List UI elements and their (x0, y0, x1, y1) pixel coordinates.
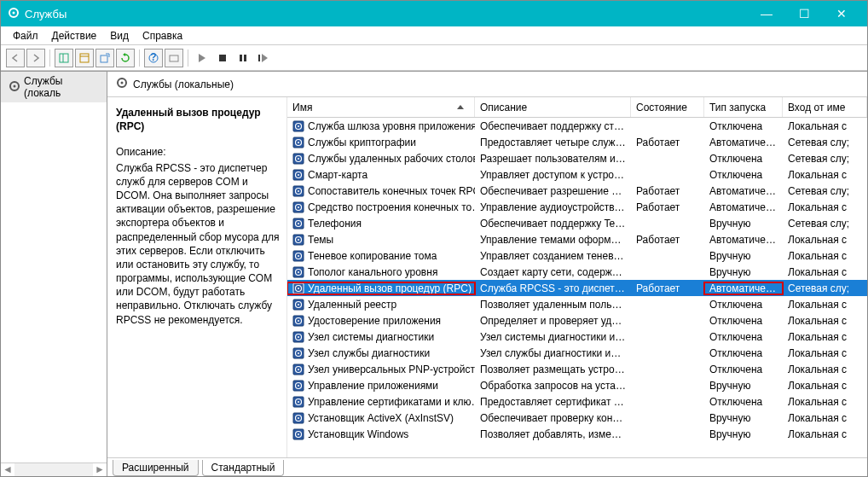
column-logon[interactable]: Вход от име (783, 97, 867, 117)
service-row[interactable]: ТемыУправление темами оформле…РаботаетАв… (287, 231, 867, 247)
horizontal-scrollbar[interactable]: ◄ ► (1, 462, 107, 476)
tree-pane: Службы (локаль ◄ ► (1, 72, 107, 476)
cell-logon: Сетевая слу; (783, 218, 867, 230)
service-row[interactable]: Теневое копирование томаУправляет создан… (287, 247, 867, 264)
service-name-text: Удаленный вызов процедур (RPC) (308, 282, 472, 294)
service-row[interactable]: Узел системы диагностикиУзел системы диа… (287, 329, 867, 345)
service-row[interactable]: Служба шлюза уровня приложенияОбеспечива… (287, 118, 867, 134)
scroll-right-icon[interactable]: ► (93, 463, 107, 476)
menu-file[interactable]: Файл (6, 30, 45, 42)
svg-point-38 (298, 223, 299, 224)
service-icon (292, 137, 304, 148)
menu-action[interactable]: Действие (45, 30, 104, 42)
service-row[interactable]: Установщик ActiveX (AxInstSV)Обеспечивае… (287, 410, 867, 426)
service-row[interactable]: Удаленный реестрПозволяет удаленным поль… (287, 296, 867, 312)
toolbar: ? (1, 45, 867, 71)
menu-view[interactable]: Вид (103, 30, 136, 42)
cell-logon: Сетевая слу; (783, 137, 867, 148)
cell-name: Узел универсальных PNP-устройств (287, 364, 475, 375)
service-name-text: Смарт-карта (308, 169, 367, 181)
menu-help[interactable]: Справка (136, 30, 189, 42)
svg-point-32 (298, 190, 299, 192)
separator (188, 49, 188, 67)
play-button[interactable] (193, 49, 211, 67)
service-name-text: Телефония (308, 218, 362, 230)
svg-point-65 (298, 369, 299, 370)
cell-startup: Отключена (704, 299, 783, 311)
forward-button[interactable] (26, 49, 45, 67)
svg-rect-11 (240, 55, 242, 61)
refresh-button[interactable] (116, 49, 135, 67)
svg-point-74 (298, 417, 299, 419)
tab-extended[interactable]: Расширенный (113, 460, 199, 476)
rows-container[interactable]: Служба шлюза уровня приложенияОбеспечива… (287, 118, 867, 457)
service-row[interactable]: Удаленный вызов процедур (RPC)Служба RPC… (287, 280, 867, 296)
export-button[interactable] (95, 49, 114, 67)
svg-rect-6 (101, 55, 107, 62)
service-icon (292, 282, 304, 294)
column-state[interactable]: Состояние (631, 97, 704, 117)
column-description[interactable]: Описание (475, 97, 631, 117)
cell-name: Управление приложениями (287, 380, 475, 392)
show-hide-tree-button[interactable] (55, 49, 73, 67)
cell-startup: Отключена (704, 169, 783, 181)
tab-standard[interactable]: Стандартный (202, 460, 285, 476)
service-row[interactable]: Узел универсальных PNP-устройствПозволяе… (287, 361, 867, 377)
cell-logon: Локальная с (783, 315, 867, 327)
service-icon (292, 331, 304, 343)
cell-logon: Локальная с (783, 331, 867, 343)
service-icon (292, 234, 304, 246)
column-name[interactable]: Имя (287, 97, 475, 117)
cell-logon: Локальная с (783, 201, 867, 213)
svg-rect-9 (170, 55, 178, 61)
stop-button[interactable] (213, 49, 232, 67)
service-icon (292, 412, 304, 424)
properties-button[interactable] (75, 49, 94, 67)
service-row[interactable]: Смарт-картаУправляет доступом к устрой…О… (287, 166, 867, 183)
cell-name: Удаленный вызов процедур (RPC) (287, 282, 475, 294)
help-button[interactable]: ? (144, 49, 163, 67)
minimize-button[interactable]: — (748, 1, 785, 26)
service-row[interactable]: Службы криптографииПредоставляет четыре … (287, 134, 867, 150)
cell-startup: Автоматиче… (704, 282, 783, 294)
service-row[interactable]: Тополог канального уровняСоздает карту с… (287, 264, 867, 280)
toolbar-button[interactable] (165, 49, 183, 67)
cell-name: Удостоверение приложения (287, 315, 475, 327)
cell-logon: Сетевая слу; (783, 185, 867, 197)
back-button[interactable] (6, 49, 25, 67)
svg-point-62 (298, 352, 299, 354)
cell-startup: Вручную (704, 412, 783, 424)
scroll-track[interactable] (14, 463, 93, 476)
svg-point-44 (298, 255, 299, 257)
service-row[interactable]: Управление приложениямиОбработка запросо… (287, 377, 867, 393)
service-row[interactable]: Узел службы диагностикиУзел службы диагн… (287, 345, 867, 361)
svg-point-26 (298, 158, 299, 160)
service-row[interactable]: Установщик WindowsПозволяет добавлять, и… (287, 426, 867, 442)
separator (49, 49, 50, 67)
tree-item-services[interactable]: Службы (локаль (1, 72, 107, 102)
pause-button[interactable] (234, 49, 252, 67)
service-row[interactable]: Средство построения конечных то…Управлен… (287, 199, 867, 215)
maximize-button[interactable]: ☐ (785, 1, 823, 26)
svg-point-20 (298, 125, 299, 127)
service-row[interactable]: Удостоверение приложенияОпределяет и про… (287, 312, 867, 329)
cell-description: Обеспечивает поддержку Tele… (475, 218, 631, 230)
service-row[interactable]: Сопоставитель конечных точек RPCОбеспечи… (287, 183, 867, 199)
service-name-text: Теневое копирование тома (308, 250, 437, 262)
cell-logon: Локальная с (783, 120, 867, 132)
service-row[interactable]: Службы удаленных рабочих столовРазрешает… (287, 150, 867, 166)
column-startup[interactable]: Тип запуска (704, 97, 783, 117)
close-button[interactable]: ✕ (823, 1, 860, 26)
restart-button[interactable] (254, 49, 273, 67)
cell-startup: Автоматиче… (704, 234, 783, 246)
cell-state: Работает (631, 282, 704, 294)
service-row[interactable]: Управление сертификатами и клю…Предостав… (287, 393, 867, 410)
svg-point-53 (298, 304, 299, 305)
service-row[interactable]: ТелефонияОбеспечивает поддержку Tele…Вру… (287, 215, 867, 231)
cell-description: Обеспечивает разрешение ид… (475, 185, 631, 197)
service-name-text: Службы удаленных рабочих столов (308, 153, 475, 165)
scroll-left-icon[interactable]: ◄ (1, 463, 14, 476)
description-text: Служба RPCSS - это диспетчер служб для с… (116, 162, 280, 326)
cell-logon: Локальная с (783, 347, 867, 359)
details-pane: Службы (локальные) Удаленный вызов проце… (107, 72, 867, 476)
